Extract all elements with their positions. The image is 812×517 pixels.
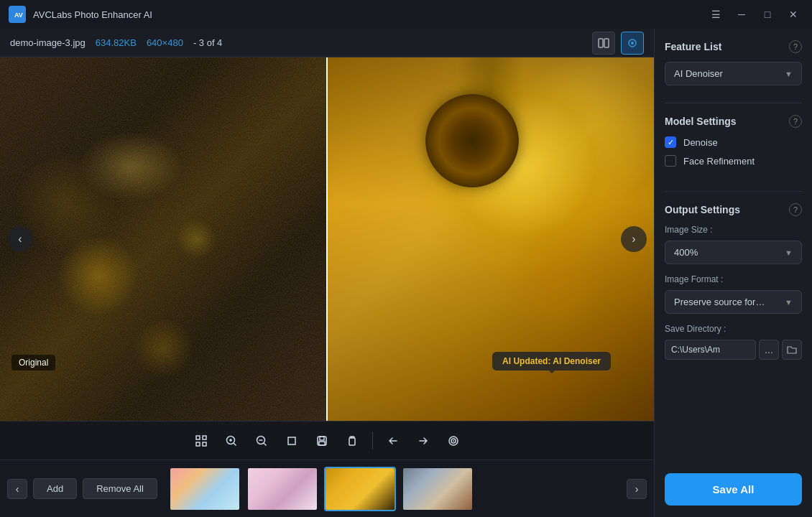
filename-label: demo-image-3.jpg [10,37,86,48]
output-settings-title: Output Settings [665,204,740,215]
strip-prev-button[interactable]: ‹ [7,479,27,499]
maximize-button[interactable]: □ [757,4,778,24]
app-logo: AV [9,6,26,23]
thumbnail-4[interactable] [402,467,474,511]
face-refinement-checkbox[interactable] [665,155,676,167]
delete-button[interactable] [339,428,365,454]
preview-button[interactable] [621,32,644,55]
feature-list-help-icon[interactable]: ? [789,40,802,53]
ai-tooltip-text: AI Updated: AI Denoiser [502,356,601,366]
next-image-button[interactable]: › [621,226,647,252]
bottom-strip: ‹ Add Remove All › [0,460,654,517]
svg-text:AV: AV [14,11,23,19]
svg-rect-8 [196,442,200,446]
svg-line-13 [234,443,236,446]
output-settings-section: Output Settings ? Image Size : 400% ▼ Im… [665,203,802,360]
title-bar: AV AVCLabs Photo Enhancer AI ☰ ─ □ ✕ [0,0,812,29]
undo-button[interactable] [380,428,406,454]
menu-button[interactable]: ☰ [706,4,726,24]
output-settings-help-icon[interactable]: ? [789,203,802,216]
close-button[interactable]: ✕ [783,4,803,24]
save-dir-more-button[interactable]: ... [759,340,779,360]
split-divider[interactable] [326,57,328,421]
svg-rect-3 [604,39,609,47]
svg-rect-6 [196,436,200,439]
split-view-button[interactable] [592,32,615,55]
dimensions-label: 640×480 [147,37,183,48]
target-button[interactable] [440,428,466,454]
denoise-row: Denoise [665,136,802,148]
save-dir-label: Save Directory : [665,324,802,334]
fit-screen-button[interactable] [188,428,214,454]
zoom-in-button[interactable] [218,428,244,454]
model-settings-header: Model Settings ? [665,115,802,128]
prev-image-button[interactable]: ‹ [7,226,33,252]
redo-button[interactable] [410,428,436,454]
model-settings-section: Model Settings ? Denoise Face Refinement [665,115,802,174]
image-viewer: ‹ › Original AI Updated: AI Denoiser [0,57,654,421]
image-size-chevron-icon: ▼ [785,248,793,257]
image-size-dropdown[interactable]: 400% ▼ [665,241,802,264]
window-controls: ☰ ─ □ ✕ [706,4,803,24]
thumb-image-1 [170,468,239,510]
filesize-label: 634.82KB [96,37,137,48]
feature-list-header: Feature List ? [665,40,802,53]
thumb-image-4 [403,468,472,510]
add-button[interactable]: Add [33,478,77,499]
feature-list-title: Feature List [665,41,721,52]
strip-next-button[interactable]: › [627,479,647,499]
thumbnail-1[interactable] [169,467,241,511]
save-button[interactable] [309,428,335,454]
divider-1 [665,103,802,103]
image-count-label: - 3 of 4 [193,37,222,48]
main-content: demo-image-3.jpg 634.82KB 640×480 - 3 of… [0,29,812,517]
feature-list-value: AI Denoiser [674,68,723,79]
crop-button[interactable] [279,428,305,454]
image-size-label: Image Size : [665,225,802,235]
divider-2 [665,191,802,192]
thumbnail-list [169,467,621,511]
thumb-image-3 [326,468,395,510]
svg-point-5 [631,42,634,45]
add-remove-buttons: Add Remove All [33,478,157,499]
original-label: Original [11,355,55,371]
svg-point-25 [453,440,454,442]
svg-rect-9 [203,442,206,446]
image-format-label: Image Format : [665,274,802,284]
save-dir-folder-button[interactable] [782,340,802,360]
image-format-chevron-icon: ▼ [785,298,793,307]
model-settings-help-icon[interactable]: ? [789,115,802,128]
zoom-out-button[interactable] [249,428,274,454]
svg-rect-19 [320,437,324,440]
minimize-button[interactable]: ─ [732,4,752,24]
right-panel: Feature List ? AI Denoiser ▼ Model Setti… [654,29,812,517]
thumbnail-3[interactable] [324,467,396,511]
thumbnail-2[interactable] [246,467,318,511]
svg-rect-17 [288,437,295,444]
output-settings-header: Output Settings ? [665,203,802,216]
svg-rect-7 [203,436,206,439]
save-dir-row: C:\Users\Am ... [665,340,802,360]
svg-rect-2 [599,39,603,47]
denoise-checkbox[interactable] [665,136,676,148]
feature-list-chevron-icon: ▼ [785,70,793,78]
svg-rect-22 [349,438,355,445]
view-buttons [592,32,644,55]
face-refinement-label: Face Refinement [683,156,755,167]
save-all-button[interactable]: Save All [665,473,802,506]
save-dir-input[interactable]: C:\Users\Am [665,340,756,360]
toolbar-separator [372,432,373,450]
app-title: AVCLabs Photo Enhancer AI [33,9,706,20]
feature-list-section: Feature List ? AI Denoiser ▼ [665,40,802,85]
face-refinement-row: Face Refinement [665,155,802,167]
image-format-dropdown[interactable]: Preserve source forma ▼ [665,290,802,314]
feature-list-dropdown[interactable]: AI Denoiser ▼ [665,62,802,85]
remove-all-button[interactable]: Remove All [83,478,157,499]
svg-line-16 [264,443,267,446]
info-bar: demo-image-3.jpg 634.82KB 640×480 - 3 of… [0,29,654,57]
model-settings-title: Model Settings [665,116,737,127]
image-format-value: Preserve source forma [674,297,767,307]
denoise-label: Denoise [683,137,718,148]
ai-updated-tooltip: AI Updated: AI Denoiser [492,352,611,371]
image-toolbar [0,421,654,460]
